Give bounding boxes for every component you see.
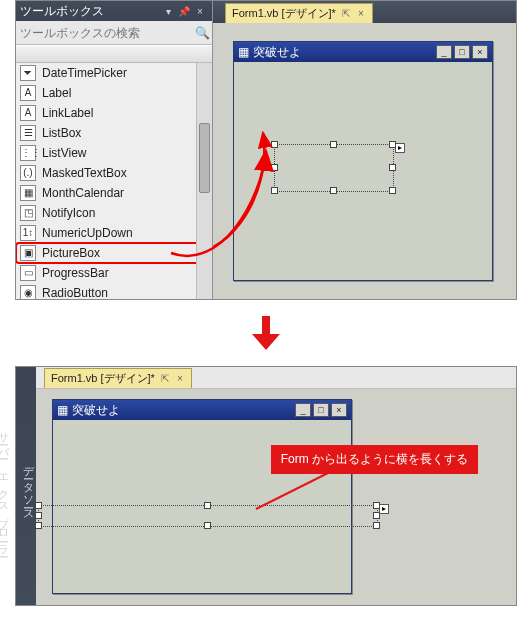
form-icon: ▦ (57, 403, 68, 417)
toolbox-item-notifyicon[interactable]: ◳NotifyIcon (16, 203, 212, 223)
doc-tab-form1[interactable]: Form1.vb [デザイン]* ⇱ × (44, 368, 192, 388)
dropdown-icon[interactable]: ▾ (160, 3, 176, 19)
resize-handle[interactable] (330, 141, 337, 148)
scroll-thumb-icon[interactable] (199, 123, 210, 193)
form-icon: ▦ (238, 45, 249, 59)
close-icon[interactable]: × (192, 3, 208, 19)
designer-surface[interactable]: ▦ 突破せよ _ □ × ▸ (213, 23, 516, 299)
designer-surface[interactable]: ▦ 突破せよ _ □ × ▸ Form から出るように横を長くする (36, 389, 516, 605)
document-tabs: Form1.vb [デザイン]* ⇱ × (36, 367, 516, 389)
toolbox-item-label: PictureBox (42, 246, 100, 260)
toolbox-titlebar: ツールボックス ▾ 📌 × (16, 1, 212, 21)
bottom-main: Form1.vb [デザイン]* ⇱ × ▦ 突破せよ _ □ × ▸ (36, 367, 516, 605)
side-tabs: データソース サーバー エクスプローラー ツールボックス (16, 367, 36, 605)
toolbox-item-progressbar[interactable]: ▭ProgressBar (16, 263, 212, 283)
toolbox-section-header[interactable] (16, 45, 212, 63)
maximize-button[interactable]: □ (313, 403, 329, 417)
toolbox-list: ⏷DateTimePickerALabelALinkLabel☰ListBox⋮… (16, 63, 212, 299)
doc-tab-label: Form1.vb [デザイン]* (232, 6, 336, 21)
close-button[interactable]: × (331, 403, 347, 417)
down-arrow (0, 316, 532, 350)
side-tab-server-explorer[interactable]: サーバー エクスプローラー (0, 423, 11, 554)
pin-icon[interactable]: 📌 (176, 3, 192, 19)
toolbox-panel: ツールボックス ▾ 📌 × 🔍 ⏷DateTimePickerALabelALi… (16, 1, 213, 299)
label-icon: A (20, 85, 36, 101)
resize-handle[interactable] (35, 502, 42, 509)
search-input[interactable] (16, 24, 192, 42)
numericupdown-icon: 1↕ (20, 225, 36, 241)
toolbox-item-label[interactable]: ALabel (16, 83, 212, 103)
toolbox-item-radiobutton[interactable]: ◉RadioButton (16, 283, 212, 299)
search-icon[interactable]: 🔍 (192, 26, 212, 40)
form-titlebar[interactable]: ▦ 突破せよ _ □ × (53, 400, 351, 420)
toolbox-item-listview[interactable]: ⋮⋮ListView (16, 143, 212, 163)
tab-pin-icon[interactable]: ⇱ (159, 373, 171, 384)
resize-handle[interactable] (271, 141, 278, 148)
form-body[interactable]: ▸ (234, 62, 492, 280)
toolbox-item-linklabel[interactable]: ALinkLabel (16, 103, 212, 123)
smart-tag-icon[interactable]: ▸ (395, 143, 405, 153)
resize-handle[interactable] (271, 164, 278, 171)
toolbox-item-listbox[interactable]: ☰ListBox (16, 123, 212, 143)
minimize-button[interactable]: _ (436, 45, 452, 59)
resize-handle[interactable] (373, 522, 380, 529)
form-title-text: 突破せよ (72, 402, 120, 419)
resize-handle[interactable] (271, 187, 278, 194)
toolbox-item-picturebox[interactable]: ▣PictureBox (16, 243, 212, 263)
toolbox-search: 🔍 (16, 21, 212, 45)
resize-handle[interactable] (35, 522, 42, 529)
callout-text: Form から出るように横を長くする (271, 445, 478, 474)
resize-handle[interactable] (373, 502, 380, 509)
toolbox-item-numericupdown[interactable]: 1↕NumericUpDown (16, 223, 212, 243)
resize-handle[interactable] (204, 502, 211, 509)
picturebox-selection[interactable]: ▸ (274, 144, 394, 192)
top-panel: ツールボックス ▾ 📌 × 🔍 ⏷DateTimePickerALabelALi… (15, 0, 517, 300)
bottom-panel: データソース サーバー エクスプローラー ツールボックス Form1.vb [デ… (15, 366, 517, 606)
form-window[interactable]: ▦ 突破せよ _ □ × (52, 399, 352, 594)
monthcalendar-icon: ▦ (20, 185, 36, 201)
resize-handle[interactable] (35, 512, 42, 519)
toolbox-item-maskedtextbox[interactable]: (.)MaskedTextBox (16, 163, 212, 183)
toolbox-title: ツールボックス (20, 3, 104, 20)
resize-handle[interactable] (389, 141, 396, 148)
side-tab-datasource[interactable]: データソース (21, 457, 36, 519)
close-button[interactable]: × (472, 45, 488, 59)
tab-close-icon[interactable]: × (175, 373, 185, 384)
toolbox-item-monthcalendar[interactable]: ▦MonthCalendar (16, 183, 212, 203)
document-tabs: Form1.vb [デザイン]* ⇱ × (213, 1, 516, 23)
maximize-button[interactable]: □ (454, 45, 470, 59)
toolbox-scrollbar[interactable] (196, 63, 212, 299)
listbox-icon: ☰ (20, 125, 36, 141)
toolbox-item-label: Label (42, 86, 71, 100)
toolbox-item-datetimepicker[interactable]: ⏷DateTimePicker (16, 63, 212, 83)
minimize-button[interactable]: _ (295, 403, 311, 417)
tab-close-icon[interactable]: × (356, 8, 366, 19)
resize-handle[interactable] (373, 512, 380, 519)
resize-handle[interactable] (330, 187, 337, 194)
smart-tag-icon[interactable]: ▸ (379, 504, 389, 514)
datetimepicker-icon: ⏷ (20, 65, 36, 81)
doc-tab-label: Form1.vb [デザイン]* (51, 371, 155, 386)
toolbox-item-label: DateTimePicker (42, 66, 127, 80)
toolbox-item-label: MonthCalendar (42, 186, 124, 200)
toolbox-item-label: NumericUpDown (42, 226, 133, 240)
resize-handle[interactable] (204, 522, 211, 529)
picturebox-icon: ▣ (20, 245, 36, 261)
maskedtextbox-icon: (.) (20, 165, 36, 181)
tab-pin-icon[interactable]: ⇱ (340, 8, 352, 19)
form-title-text: 突破せよ (253, 44, 301, 61)
listview-icon: ⋮⋮ (20, 145, 36, 161)
toolbox-item-label: ListBox (42, 126, 81, 140)
toolbox-item-label: NotifyIcon (42, 206, 95, 220)
resize-handle[interactable] (389, 187, 396, 194)
toolbox-item-label: ProgressBar (42, 266, 109, 280)
toolbox-item-label: LinkLabel (42, 106, 93, 120)
picturebox-selection-wide[interactable]: ▸ (38, 505, 378, 527)
form-titlebar[interactable]: ▦ 突破せよ _ □ × (234, 42, 492, 62)
radiobutton-icon: ◉ (20, 285, 36, 299)
linklabel-icon: A (20, 105, 36, 121)
resize-handle[interactable] (389, 164, 396, 171)
toolbox-item-label: RadioButton (42, 286, 108, 299)
doc-tab-form1[interactable]: Form1.vb [デザイン]* ⇱ × (225, 3, 373, 23)
form-window[interactable]: ▦ 突破せよ _ □ × ▸ (233, 41, 493, 281)
